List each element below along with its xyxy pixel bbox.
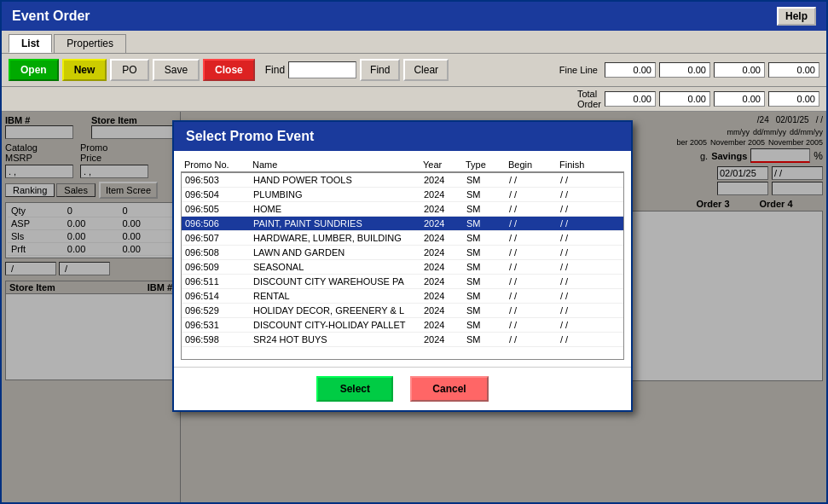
- modal-dialog: Select Promo Event Promo No. Name Year T…: [172, 120, 633, 412]
- modal-overlay: Select Promo Event Promo No. Name Year T…: [2, 112, 826, 502]
- total-order-val4[interactable]: [768, 91, 819, 107]
- promo-col-headers: Promo No. Name Year Type Begin Finish: [181, 158, 624, 172]
- app-window: Event Order Help List Properties Open Ne…: [0, 0, 828, 504]
- fine-line-val1[interactable]: [605, 62, 656, 78]
- col-begin: Begin: [508, 159, 559, 170]
- promo-table-row[interactable]: 096:505 HOME 2024 SM / / / /: [182, 202, 623, 217]
- promo-table-row[interactable]: 096:503 HAND POWER TOOLS 2024 SM / / / /: [182, 173, 623, 188]
- open-button[interactable]: Open: [9, 59, 59, 81]
- tab-properties[interactable]: Properties: [54, 34, 126, 53]
- fine-line-val4[interactable]: [768, 62, 819, 78]
- tab-bar: List Properties: [2, 31, 826, 54]
- save-button[interactable]: Save: [153, 59, 200, 81]
- po-button[interactable]: PO: [110, 59, 148, 81]
- col-name: Name: [252, 159, 423, 170]
- find-input[interactable]: [288, 61, 356, 78]
- promo-table-row[interactable]: 096:508 LAWN AND GARDEN 2024 SM / / / /: [182, 246, 623, 260]
- promo-table-row[interactable]: 096:509 SEASONAL 2024 SM / / / /: [182, 260, 623, 275]
- fine-line-section: Fine Line: [559, 62, 819, 78]
- select-button[interactable]: Select: [316, 376, 393, 402]
- total-order-val3[interactable]: [714, 91, 765, 107]
- clear-button[interactable]: Clear: [403, 59, 449, 81]
- modal-body: Promo No. Name Year Type Begin Finish 09…: [174, 151, 631, 367]
- fine-line-val3[interactable]: [714, 62, 765, 78]
- total-order-label: Total Order: [577, 89, 601, 109]
- tab-list[interactable]: List: [9, 34, 52, 53]
- col-year: Year: [423, 159, 466, 170]
- promo-table-row[interactable]: 096:506 PAINT, PAINT SUNDRIES 2024 SM / …: [182, 217, 623, 231]
- promo-table-row[interactable]: 096:511 DISCOUNT CITY WAREHOUSE PA 2024 …: [182, 275, 623, 289]
- modal-title: Select Promo Event: [174, 122, 631, 151]
- promo-table-row[interactable]: 096:514 RENTAL 2024 SM / / / /: [182, 289, 623, 304]
- cancel-button[interactable]: Cancel: [410, 376, 488, 402]
- promo-table-row[interactable]: 096:598 SR24 HOT BUYS 2024 SM / / / /: [182, 333, 623, 347]
- promo-table-row[interactable]: 096:507 HARDWARE, LUMBER, BUILDING 2024 …: [182, 231, 623, 246]
- help-button[interactable]: Help: [777, 7, 816, 26]
- total-order-val1[interactable]: [605, 91, 656, 107]
- close-button[interactable]: Close: [203, 59, 255, 81]
- fine-line-label: Fine Line: [559, 65, 598, 75]
- title-bar: Event Order Help: [2, 2, 826, 31]
- col-finish: Finish: [559, 159, 611, 170]
- find-label: Find: [265, 64, 285, 76]
- new-button[interactable]: New: [62, 59, 107, 81]
- find-button[interactable]: Find: [360, 59, 400, 81]
- promo-table-row[interactable]: 096:531 DISCOUNT CITY-HOLIDAY PALLET 202…: [182, 318, 623, 333]
- promo-table-row[interactable]: 096:529 HOLIDAY DECOR, GREENERY & L 2024…: [182, 304, 623, 318]
- app-title: Event Order: [12, 9, 90, 24]
- col-promo-no: Promo No.: [184, 159, 252, 170]
- modal-footer: Select Cancel: [174, 367, 631, 410]
- main-toolbar: Open New PO Save Close Find Find Clear F…: [2, 54, 826, 87]
- main-content: IBM # Store Item Catalog MSRP Promo Pric…: [2, 112, 826, 502]
- promo-table-row[interactable]: 096:504 PLUMBING 2024 SM / / / /: [182, 188, 623, 202]
- promo-table-body[interactable]: 096:503 HAND POWER TOOLS 2024 SM / / / /…: [181, 172, 624, 360]
- col-type: Type: [466, 159, 508, 170]
- total-order-val2[interactable]: [659, 91, 710, 107]
- fine-line-val2[interactable]: [659, 62, 710, 78]
